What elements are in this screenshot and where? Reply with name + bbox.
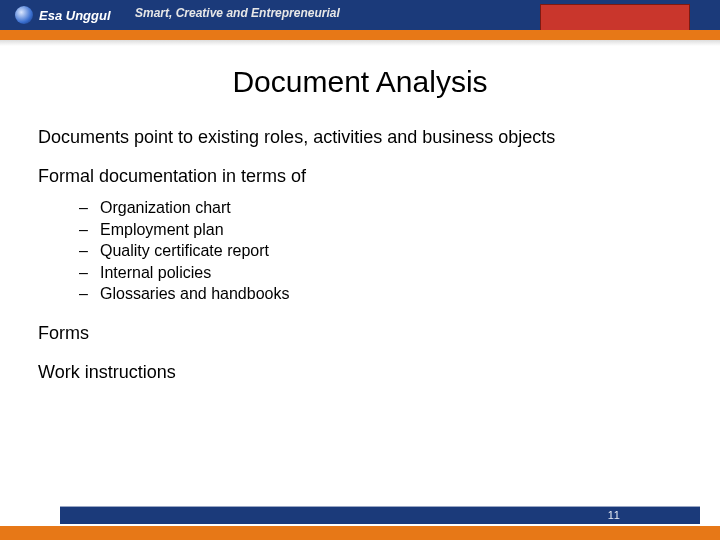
list-item-label: Quality certificate report [100,240,269,262]
intro-line: Documents point to existing roles, activ… [38,127,682,148]
list-item-label: Internal policies [100,262,211,284]
globe-icon [15,6,33,24]
brand-tagline: Smart, Creative and Entrepreneurial [135,6,340,20]
list-item-label: Organization chart [100,197,231,219]
list-item: –Quality certificate report [76,240,682,262]
bullet-dash-icon: – [76,240,88,262]
slide-content: Document Analysis Documents point to exi… [0,55,720,401]
brand-name: Esa Unggul [39,8,111,23]
footer-blue-bar [60,506,700,524]
list-item: –Internal policies [76,262,682,284]
slide-header: Esa Unggul Smart, Creative and Entrepren… [0,0,720,46]
forms-line: Forms [38,323,682,344]
header-blue-bar: Esa Unggul Smart, Creative and Entrepren… [0,0,720,30]
slide-title: Document Analysis [38,65,682,99]
footer-orange-bar [0,526,720,540]
header-shadow [0,40,720,46]
list-item: –Glossaries and handbooks [76,283,682,305]
formal-sublist: –Organization chart –Employment plan –Qu… [76,197,682,305]
header-orange-bar [0,30,720,40]
list-item: –Employment plan [76,219,682,241]
formal-line: Formal documentation in terms of [38,166,682,187]
bullet-dash-icon: – [76,283,88,305]
page-number: 11 [608,509,620,521]
work-line: Work instructions [38,362,682,383]
list-item-label: Glossaries and handbooks [100,283,289,305]
list-item: –Organization chart [76,197,682,219]
slide-footer: 11 [0,510,720,540]
bullet-dash-icon: – [76,219,88,241]
bullet-dash-icon: – [76,262,88,284]
bullet-dash-icon: – [76,197,88,219]
header-red-box [540,4,690,32]
list-item-label: Employment plan [100,219,224,241]
brand-logo: Esa Unggul [0,6,111,24]
